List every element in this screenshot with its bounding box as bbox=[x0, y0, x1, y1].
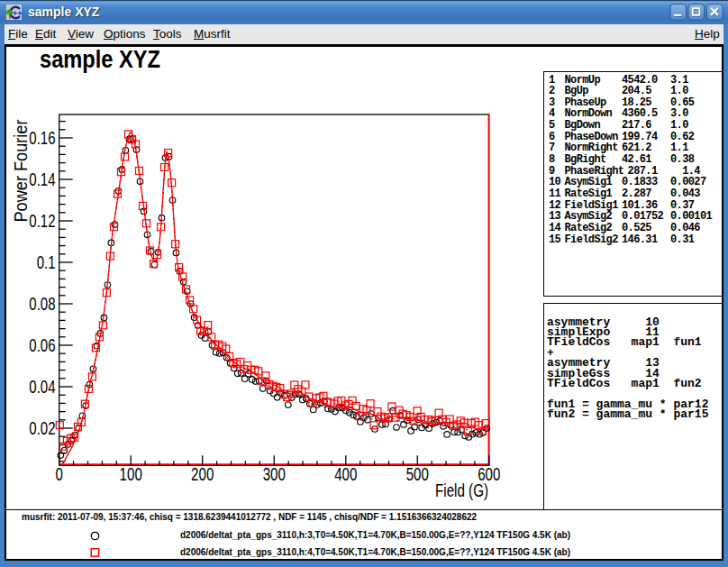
svg-text:0.12: 0.12 bbox=[29, 211, 55, 231]
svg-text:300: 300 bbox=[263, 464, 286, 484]
svg-text:0: 0 bbox=[56, 464, 63, 484]
svg-text:0.08: 0.08 bbox=[29, 294, 55, 314]
svg-text:0.04: 0.04 bbox=[29, 377, 55, 397]
svg-text:0.1: 0.1 bbox=[37, 252, 56, 272]
svg-text:100: 100 bbox=[120, 464, 142, 484]
svg-text:Power Fourier: Power Fourier bbox=[11, 119, 31, 222]
svg-text:500: 500 bbox=[406, 464, 429, 484]
svg-text:sample XYZ: sample XYZ bbox=[40, 45, 160, 73]
svg-text:0.16: 0.16 bbox=[29, 128, 55, 148]
svg-text:0.02: 0.02 bbox=[29, 418, 55, 438]
svg-text:400: 400 bbox=[334, 464, 357, 484]
svg-text:200: 200 bbox=[191, 464, 214, 484]
svg-text:Field (G): Field (G) bbox=[435, 480, 488, 500]
svg-text:0.14: 0.14 bbox=[29, 169, 55, 189]
svg-text:0.06: 0.06 bbox=[29, 335, 55, 355]
